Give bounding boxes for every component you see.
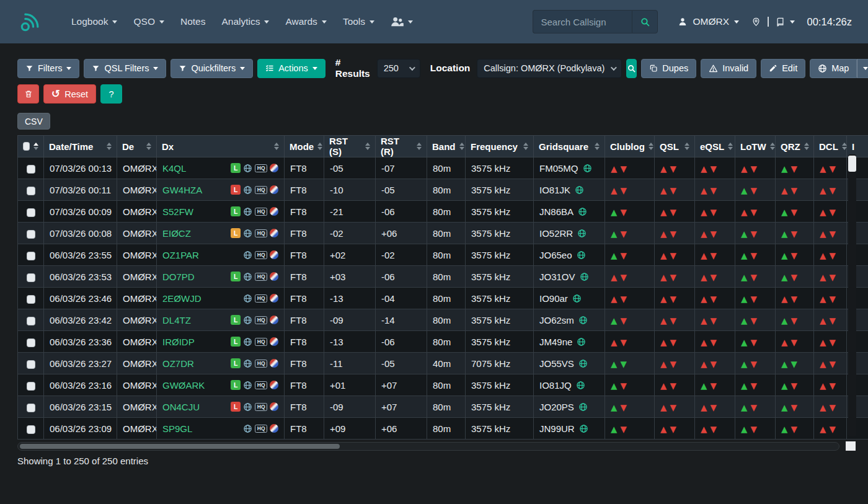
station-menu[interactable] — [745, 13, 801, 31]
table-row[interactable]: 06/03/26 23:53OMØRXDO7PDLHQFT8+03-0680m3… — [18, 266, 868, 288]
col-qsl[interactable]: QSL — [655, 136, 695, 157]
gridsquare-globe-icon[interactable] — [572, 294, 582, 303]
col-mode[interactable]: Mode — [285, 136, 324, 157]
table-row[interactable]: 06/03/26 23:46OMØRX2EØWJDHQFT8-13-0480m3… — [18, 288, 868, 309]
qsl-filters-button[interactable]: QSL Filters — [84, 59, 166, 78]
quickfilters-button[interactable]: Quickfilters — [170, 59, 253, 78]
qrz-globe-icon[interactable] — [243, 294, 252, 303]
qrz-globe-icon[interactable] — [243, 272, 252, 281]
col-qrz[interactable]: QRZ — [776, 136, 814, 157]
col-select[interactable] — [18, 136, 44, 157]
table-row[interactable]: 06/03/26 23:55OMØRXOZ1PARHQFT8+02-0280m3… — [18, 244, 868, 266]
horizontal-scrollbar[interactable] — [17, 442, 839, 451]
dx-callsign-link[interactable]: GWØARK — [162, 380, 205, 391]
gridsquare-globe-icon[interactable] — [583, 164, 592, 173]
hamqth-badge[interactable]: HQ — [255, 229, 267, 237]
hamqth-badge[interactable]: HQ — [255, 360, 267, 368]
hamqth-badge[interactable]: HQ — [255, 164, 267, 172]
dx-callsign-link[interactable]: IRØIDP — [162, 337, 195, 347]
nav-item-awards[interactable]: Awards — [277, 11, 334, 32]
qrz-globe-icon[interactable] — [243, 359, 252, 368]
nav-item-notes[interactable]: Notes — [172, 11, 214, 32]
dx-callsign-link[interactable]: DO7PD — [162, 272, 195, 282]
nav-item-logbook[interactable]: Logbook — [63, 11, 125, 32]
qrz-globe-icon[interactable] — [243, 229, 252, 238]
qrz-globe-icon[interactable] — [243, 164, 252, 173]
nav-item-tools[interactable]: Tools — [335, 11, 383, 32]
dx-callsign-link[interactable]: ON4CJU — [162, 402, 200, 412]
col-dx[interactable]: Dx — [157, 136, 285, 157]
gridsquare-globe-icon[interactable] — [575, 185, 584, 195]
hamqth-badge[interactable]: HQ — [255, 403, 267, 411]
nav-item-users[interactable] — [383, 11, 421, 32]
gridsquare-globe-icon[interactable] — [578, 316, 588, 325]
hamqth-badge[interactable]: HQ — [255, 316, 267, 324]
table-row[interactable]: 06/03/26 23:16OMØRXGWØARKLHQFT8+01+0780m… — [18, 374, 868, 396]
row-checkbox[interactable] — [27, 360, 35, 369]
row-checkbox[interactable] — [27, 230, 35, 239]
invalid-button[interactable]: Invalid — [701, 59, 756, 78]
col-lotw[interactable]: LoTW — [735, 136, 776, 157]
gridsquare-globe-icon[interactable] — [579, 424, 588, 433]
hamqth-badge[interactable]: HQ — [255, 381, 267, 389]
results-count-select[interactable]: 250 — [377, 59, 420, 78]
horizontal-scrollbar-thumb[interactable] — [20, 444, 340, 449]
reset-button[interactable]: ↺ Reset — [43, 84, 96, 104]
map-dropdown-toggle[interactable] — [857, 59, 868, 78]
vertical-scrollbar-thumb[interactable] — [848, 156, 856, 172]
row-checkbox[interactable] — [27, 273, 35, 282]
col-band[interactable]: Band — [427, 136, 466, 157]
gridsquare-globe-icon[interactable] — [577, 250, 586, 260]
hamqth-badge[interactable]: HQ — [255, 425, 267, 433]
table-row[interactable]: 06/03/26 23:27OMØRXOZ7DRLHQFT8-11-0540m7… — [18, 353, 868, 374]
gridsquare-globe-icon[interactable] — [578, 402, 588, 412]
dupes-button[interactable]: Dupes — [641, 59, 696, 78]
col-rst-r-[interactable]: RST (R) — [376, 136, 427, 157]
dx-callsign-link[interactable]: OZ1PAR — [162, 250, 199, 260]
table-row[interactable]: 07/03/26 00:13OMØRXK4QLLHQFT8-05-0780m35… — [18, 157, 868, 179]
location-select[interactable]: Callsign: OMØRX (Podkylava) — [477, 59, 622, 78]
nav-item-qso[interactable]: QSO — [125, 11, 172, 32]
actions-button[interactable]: Actions — [257, 59, 326, 78]
qrz-globe-icon[interactable] — [243, 250, 252, 260]
app-logo[interactable] — [16, 9, 45, 34]
dx-callsign-link[interactable]: OZ7DR — [162, 358, 194, 369]
hamqth-badge[interactable]: HQ — [255, 186, 267, 194]
callsign-search-button[interactable] — [632, 10, 658, 33]
table-row[interactable]: 07/03/26 00:08OMØRXEIØCZLHQFT8-02+0680m3… — [18, 223, 868, 244]
table-row[interactable]: 07/03/26 00:11OMØRXGW4HZALHQFT8-10-0580m… — [18, 179, 868, 201]
apply-search-button[interactable] — [626, 59, 637, 78]
hamqth-badge[interactable]: HQ — [255, 251, 267, 259]
dx-callsign-link[interactable]: GW4HZA — [162, 185, 202, 195]
gridsquare-globe-icon[interactable] — [578, 359, 588, 368]
qrz-globe-icon[interactable] — [243, 207, 252, 216]
qrz-globe-icon[interactable] — [243, 402, 252, 412]
dx-callsign-link[interactable]: DL4TZ — [162, 315, 191, 325]
filters-button[interactable]: Filters — [17, 59, 79, 78]
table-row[interactable]: 06/03/26 23:15OMØRXON4CJULHQFT8-09+0780m… — [18, 396, 868, 418]
row-checkbox[interactable] — [27, 252, 35, 260]
dx-callsign-link[interactable]: K4QL — [162, 163, 186, 174]
col-gridsquare[interactable]: Gridsquare — [534, 136, 605, 157]
qrz-globe-icon[interactable] — [243, 185, 252, 195]
csv-export-button[interactable]: CSV — [17, 113, 50, 130]
col-date-time[interactable]: Date/Time — [44, 136, 117, 157]
help-button[interactable]: ? — [100, 84, 122, 104]
hamqth-badge[interactable]: HQ — [255, 294, 267, 303]
row-checkbox[interactable] — [27, 338, 35, 347]
hamqth-badge[interactable]: HQ — [255, 338, 267, 346]
row-checkbox[interactable] — [27, 295, 35, 304]
callsign-search-input[interactable] — [533, 10, 632, 33]
col-rst-s-[interactable]: RST (S) — [324, 136, 376, 157]
edit-button[interactable]: Edit — [761, 59, 805, 78]
hamqth-badge[interactable]: HQ — [255, 273, 267, 281]
table-row[interactable]: 06/03/26 23:36OMØRXIRØIDPLHQFT8-13-0680m… — [18, 331, 868, 353]
table-row[interactable]: 06/03/26 23:42OMØRXDL4TZLHQFT8-09-1480m3… — [18, 309, 868, 331]
col-frequency[interactable]: Frequency — [466, 136, 534, 157]
hamqth-badge[interactable]: HQ — [255, 208, 267, 216]
user-menu[interactable]: OMØRX — [671, 12, 745, 31]
gridsquare-globe-icon[interactable] — [577, 337, 586, 347]
delete-button[interactable] — [17, 84, 39, 104]
row-checkbox[interactable] — [27, 317, 35, 325]
row-checkbox[interactable] — [27, 382, 35, 391]
